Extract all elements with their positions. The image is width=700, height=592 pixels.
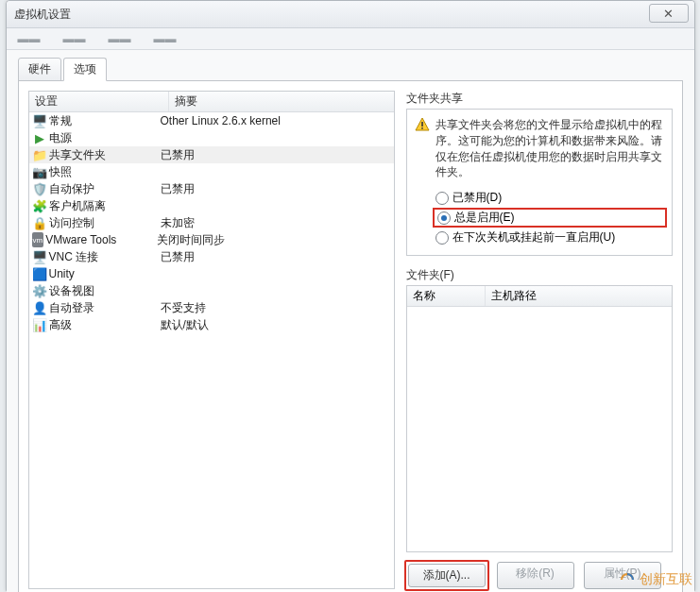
menu-placeholder: ▬▬ — [109, 32, 131, 45]
list-item-name: VMware Tools — [45, 233, 157, 246]
general-icon: 🖥️ — [32, 113, 47, 128]
list-item-name: 设备视图 — [49, 283, 161, 299]
guest-isolation-icon: 🧩 — [32, 198, 47, 213]
list-item-summary: 不受支持 — [161, 300, 206, 316]
folders-group: 文件夹(F) 名称 主机路径 添加(A)... 移除(R) 属性(P) — [406, 267, 673, 589]
settings-list-header: 设置 摘要 — [29, 92, 394, 112]
folder-sharing-group: 共享文件夹会将您的文件显示给虚拟机中的程序。这可能为您的计算机和数据带来风险。请… — [406, 109, 673, 256]
tabs: 硬件 选项 — [18, 58, 683, 81]
settings-list: 设置 摘要 🖥️ 常规 Other Linux 2.6.x kernel ▶ 电… — [28, 91, 395, 589]
radio-label: 在下次关机或挂起前一直启用(U) — [452, 229, 616, 245]
highlight-always-enabled: 总是启用(E) — [433, 208, 667, 228]
menu-placeholder: ▬▬ — [154, 32, 177, 45]
list-item-name: 高级 — [49, 317, 161, 333]
list-item[interactable]: 📊 高级 默认/默认 — [29, 316, 394, 333]
radio-label: 总是启用(E) — [454, 210, 515, 226]
radio-icon — [435, 231, 449, 245]
list-item-name: Unity — [49, 267, 161, 280]
list-item-name: 自动登录 — [49, 300, 161, 316]
warning-icon — [415, 117, 430, 132]
menu-placeholder: ▬▬ — [63, 32, 86, 45]
window-title: 虚拟机设置 — [14, 7, 71, 23]
list-item[interactable]: 👤 自动登录 不受支持 — [29, 299, 394, 316]
list-item[interactable]: vm VMware Tools 关闭时间同步 — [29, 231, 394, 248]
list-item-summary: 默认/默认 — [161, 317, 209, 333]
list-item-summary: 已禁用 — [161, 249, 195, 265]
svg-rect-0 — [421, 122, 423, 127]
shared-folder-icon: 📁 — [32, 147, 47, 162]
list-item-summary: 关闭时间同步 — [157, 232, 225, 248]
options-panel: 设置 摘要 🖥️ 常规 Other Linux 2.6.x kernel ▶ 电… — [18, 80, 683, 592]
watermark-icon — [619, 571, 636, 588]
tab-options[interactable]: 选项 — [63, 58, 107, 81]
vmware-tools-icon: vm — [32, 232, 44, 247]
folders-list-header: 名称 主机路径 — [407, 286, 672, 307]
remove-button[interactable]: 移除(R) — [497, 562, 574, 589]
content-area: 硬件 选项 设置 摘要 🖥️ 常规 Other Linux 2.6.x kern… — [7, 50, 694, 592]
highlight-add: 添加(A)... — [404, 560, 489, 591]
menu-placeholder: ▬▬ — [18, 32, 41, 45]
autoprotect-icon: 🛡️ — [32, 181, 47, 196]
folder-sharing-label: 文件夹共享 — [406, 91, 673, 107]
advanced-icon: 📊 — [32, 317, 47, 332]
vnc-icon: 🖥️ — [32, 249, 47, 264]
right-pane: 文件夹共享 共享文件夹会将您的文件显示给虚拟机中的程序。这可能为您的计算机和数据… — [406, 91, 673, 589]
col-name: 名称 — [407, 286, 486, 306]
list-item[interactable]: 📁 共享文件夹 已禁用 — [29, 146, 394, 163]
radio-disabled[interactable]: 已禁用(D) — [435, 190, 664, 206]
radio-label: 已禁用(D) — [452, 190, 503, 206]
radio-icon — [435, 192, 449, 205]
list-item[interactable]: ▶ 电源 — [29, 129, 394, 146]
menubar: ▬▬ ▬▬ ▬▬ ▬▬ — [7, 28, 694, 50]
settings-window: 虚拟机设置 ✕ ▬▬ ▬▬ ▬▬ ▬▬ 硬件 选项 设置 摘要 🖥️ 常规 — [6, 0, 695, 591]
list-item[interactable]: 🔒 访问控制 未加密 — [29, 214, 394, 231]
add-button[interactable]: 添加(A)... — [408, 564, 486, 587]
folders-list[interactable]: 名称 主机路径 — [406, 285, 673, 552]
list-item-summary: 已禁用 — [161, 147, 195, 163]
list-item-summary: Other Linux 2.6.x kernel — [161, 114, 281, 127]
radio-icon — [437, 211, 451, 225]
list-item-name: VNC 连接 — [49, 249, 161, 265]
warning-row: 共享文件夹会将您的文件显示给虚拟机中的程序。这可能为您的计算机和数据带来风险。请… — [415, 117, 664, 180]
svg-rect-1 — [421, 127, 423, 129]
watermark-text: 创新互联 — [640, 571, 692, 588]
col-summary: 摘要 — [169, 92, 394, 111]
watermark: 创新互联 — [619, 571, 692, 588]
titlebar: 虚拟机设置 ✕ — [7, 1, 694, 28]
list-item[interactable]: 🖥️ 常规 Other Linux 2.6.x kernel — [29, 112, 394, 129]
col-settings: 设置 — [29, 92, 169, 111]
list-item[interactable]: 📷 快照 — [29, 163, 394, 180]
close-button[interactable]: ✕ — [649, 4, 689, 23]
col-host-path: 主机路径 — [486, 286, 672, 306]
list-item-name: 客户机隔离 — [49, 198, 161, 214]
folders-label: 文件夹(F) — [406, 267, 673, 283]
list-item[interactable]: 🟦 Unity — [29, 265, 394, 282]
list-item[interactable]: 🛡️ 自动保护 已禁用 — [29, 180, 394, 197]
list-item-summary: 未加密 — [161, 215, 195, 231]
close-icon: ✕ — [663, 7, 674, 21]
radio-group: 已禁用(D) 总是启用(E) 在下次关机或挂起前一直启用(U) — [435, 190, 664, 245]
power-icon: ▶ — [32, 130, 47, 145]
device-view-icon: ⚙️ — [32, 283, 47, 298]
list-item[interactable]: ⚙️ 设备视图 — [29, 282, 394, 299]
autologin-icon: 👤 — [32, 300, 47, 315]
tab-hardware[interactable]: 硬件 — [18, 58, 61, 81]
list-item[interactable]: 🖥️ VNC 连接 已禁用 — [29, 248, 394, 265]
unity-icon: 🟦 — [32, 266, 47, 281]
list-item-name: 常规 — [49, 113, 161, 129]
list-item-summary: 已禁用 — [161, 181, 195, 197]
list-item-name: 快照 — [49, 164, 161, 180]
list-item-name: 自动保护 — [49, 181, 161, 197]
list-item-name: 访问控制 — [49, 215, 161, 231]
radio-until-poweroff[interactable]: 在下次关机或挂起前一直启用(U) — [435, 229, 664, 245]
warning-text: 共享文件夹会将您的文件显示给虚拟机中的程序。这可能为您的计算机和数据带来风险。请… — [435, 117, 664, 180]
list-item-name: 共享文件夹 — [49, 147, 161, 163]
snapshot-icon: 📷 — [32, 164, 47, 179]
list-item-name: 电源 — [49, 130, 161, 146]
access-control-icon: 🔒 — [32, 215, 47, 230]
radio-always-enabled[interactable]: 总是启用(E) — [437, 210, 662, 226]
list-item[interactable]: 🧩 客户机隔离 — [29, 197, 394, 214]
